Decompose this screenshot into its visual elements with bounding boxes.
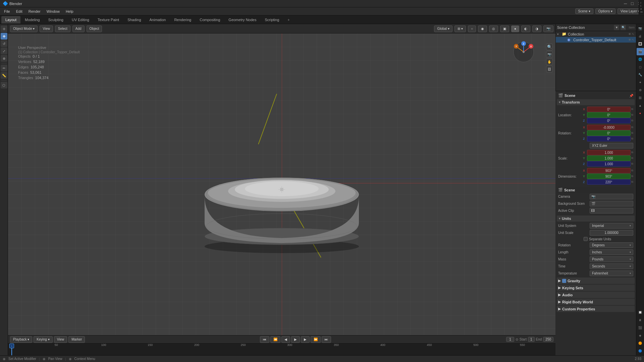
rot-y[interactable]: 0° <box>587 130 631 136</box>
snap-points[interactable]: ◉ <box>478 25 487 32</box>
copy-icon-y[interactable]: ⧉ <box>631 113 633 117</box>
prop-tab-extra4[interactable]: ◈ <box>637 332 644 339</box>
options-btn[interactable]: Options ▾ <box>595 8 615 14</box>
shading-rendered[interactable]: ◑ <box>532 25 541 32</box>
keying-menu[interactable]: Keying ▾ <box>34 336 52 343</box>
marker-menu[interactable]: Marker <box>68 336 85 343</box>
end-frame[interactable]: 250 <box>543 337 553 342</box>
maximize-btn[interactable]: □ <box>631 1 634 6</box>
prop-tab-material[interactable]: ● <box>637 110 644 117</box>
dim-y[interactable]: 903° <box>587 174 631 179</box>
prev-keyframe-btn[interactable]: ◀ <box>281 336 290 343</box>
measure-tool[interactable]: 📏 <box>1 72 7 79</box>
select-icon[interactable]: ↖ <box>632 33 635 36</box>
rot-x[interactable]: -0.0000 <box>587 125 631 130</box>
prop-tab-constraint[interactable]: ⛓ <box>637 94 644 102</box>
visibility-icon[interactable]: 👁 <box>628 33 631 36</box>
overlay-btn[interactable]: ◎ <box>489 25 498 32</box>
prop-tab-object[interactable]: ◻ <box>637 63 644 71</box>
dim-x[interactable]: 903° <box>587 168 631 173</box>
copy-icon-rx[interactable]: ⧉ <box>631 126 633 129</box>
prop-tab-modifier[interactable]: 🔧 <box>637 71 644 78</box>
prev-frame-btn[interactable]: ⏪ <box>270 336 280 343</box>
tab-texture-paint[interactable]: Texture Paint <box>94 16 123 23</box>
loc-x[interactable]: 0° <box>587 107 631 112</box>
proportional-btn[interactable]: ○ <box>468 25 476 32</box>
prop-tab-data[interactable]: ▲ <box>637 102 644 109</box>
tab-uv-editing[interactable]: UV Editing <box>68 16 93 23</box>
unit-scale-input[interactable]: 1.000000 <box>590 230 633 236</box>
prop-tab-view-layer[interactable]: 🔳 <box>637 40 644 48</box>
shading-solid[interactable]: ● <box>511 25 519 32</box>
global-selector[interactable]: Global ▾ <box>434 25 452 32</box>
copy-icon-sy[interactable]: ⧉ <box>631 157 633 160</box>
add-cube-tool[interactable]: ⬡ <box>1 82 7 88</box>
copy-icon-dz[interactable]: ⧉ <box>631 180 633 184</box>
playback-menu[interactable]: Playback ▾ <box>10 336 32 343</box>
dim-z[interactable]: 220° <box>587 179 631 185</box>
current-frame[interactable]: 1 <box>506 337 514 342</box>
tab-scripting[interactable]: Scripting <box>261 16 283 23</box>
timeline-track[interactable]: 1 50 100 150 200 250 300 350 400 450 500… <box>8 344 555 355</box>
viewport-3d[interactable]: User Perspective (1) Collection | Contro… <box>8 34 555 335</box>
scale-x[interactable]: 1.000 <box>587 150 631 155</box>
object-menu[interactable]: Object <box>87 25 102 32</box>
tab-geometry-nodes[interactable]: Geometry Nodes <box>224 16 260 23</box>
prop-tab-render[interactable]: 📷 <box>637 25 644 32</box>
temperature-selector[interactable]: Fahrenheit ▾ <box>590 270 633 276</box>
gravity-header[interactable]: ▶ ✓ Gravity <box>557 278 635 284</box>
prop-tab-extra6[interactable]: 🔵 <box>637 347 644 355</box>
audio-header[interactable]: ▶ Audio <box>557 292 635 298</box>
menu-window[interactable]: Window <box>44 9 62 14</box>
pin-icon[interactable]: 📌 <box>629 94 633 98</box>
copy-icon-sx[interactable]: ⧉ <box>631 151 633 154</box>
tab-sculpting[interactable]: Sculpting <box>44 16 67 23</box>
camera-btn[interactable]: 📷 <box>543 25 553 32</box>
transform-header[interactable]: ▾ Transform <box>557 99 635 105</box>
add-menu[interactable]: Add <box>72 25 85 32</box>
view-menu-timeline[interactable]: View <box>54 336 67 343</box>
tab-rendering[interactable]: Rendering <box>170 16 195 23</box>
copy-icon-ry[interactable]: ⧉ <box>631 131 633 135</box>
xray-btn[interactable]: ▣ <box>500 25 509 32</box>
tree-item-collection[interactable]: ▾ 📁 Collection 👁 ↖ <box>556 31 636 37</box>
loc-z[interactable]: 0° <box>587 118 631 123</box>
zoom-in[interactable]: 🔍 <box>546 44 553 50</box>
tab-add[interactable]: + <box>283 16 293 23</box>
mass-selector[interactable]: Pounds ▾ <box>590 256 633 262</box>
custom-props-header[interactable]: ▶ Custom Properties <box>557 306 635 312</box>
prop-tab-output[interactable]: 🖨 <box>637 33 644 40</box>
navigation-gizmo[interactable]: Z X Y <box>512 40 535 64</box>
jump-end-btn[interactable]: ⏭ <box>322 336 331 343</box>
time-selector[interactable]: Seconds ▾ <box>590 263 633 269</box>
prop-tab-extra3[interactable]: ⬛ <box>637 324 644 331</box>
snap-btn[interactable]: ⊞ ▾ <box>454 25 466 32</box>
hand-tool[interactable]: ✋ <box>546 58 553 65</box>
play-btn[interactable]: ▶ <box>291 336 300 343</box>
separate-units-checkbox[interactable] <box>584 237 588 241</box>
gravity-checkbox[interactable]: ✓ <box>562 279 566 283</box>
unit-system-selector[interactable]: Imperial ▾ <box>590 223 633 229</box>
scene-selector[interactable]: Scene ▾ <box>575 8 593 14</box>
tree-item-controller[interactable]: ◉ Controller_Topper_Default 👁 ↖ <box>556 37 636 43</box>
tab-layout[interactable]: Layout <box>1 16 20 23</box>
length-selector[interactable]: Inches ▾ <box>590 249 633 255</box>
move-tool[interactable]: ✥ <box>1 33 7 40</box>
menu-edit[interactable]: Edit <box>13 9 25 14</box>
prop-tab-particle[interactable]: ✦ <box>637 79 644 86</box>
prop-tab-world[interactable]: 🌐 <box>637 56 644 63</box>
start-frame[interactable]: 1 <box>528 337 535 342</box>
copy-icon-rz[interactable]: ⧉ <box>631 137 633 140</box>
annotate-tool[interactable]: ✏ <box>1 65 7 71</box>
select-menu[interactable]: Select <box>55 25 70 32</box>
prop-tab-extra1[interactable]: 🔲 <box>637 309 644 316</box>
prop-tab-extra5[interactable]: 🟠 <box>637 340 644 347</box>
next-frame-btn[interactable]: ⏩ <box>311 336 321 343</box>
cursor-tool[interactable]: ✛ <box>1 25 7 32</box>
fps-btn[interactable]: ⊙ <box>516 338 518 341</box>
transform-tool[interactable]: ⊕ <box>1 55 7 62</box>
scale-y[interactable]: 1.000 <box>587 156 631 161</box>
copy-icon[interactable]: ⧉ <box>631 108 633 111</box>
visibility-icon-2[interactable]: 👁 <box>628 38 631 42</box>
units-header[interactable]: ▾ Units <box>557 216 635 222</box>
